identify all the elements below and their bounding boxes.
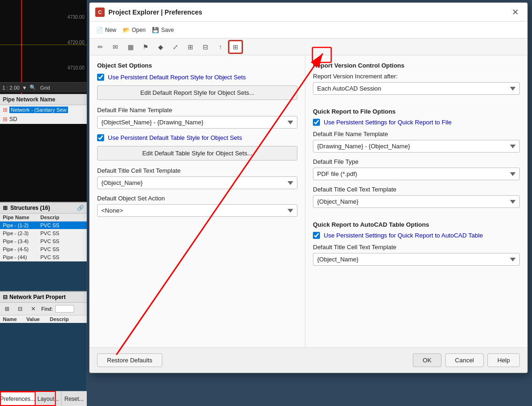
pipe-row-1-name: Pipe - (1-2) (3, 222, 40, 228)
pencil-btn[interactable]: ✏ (93, 40, 107, 54)
save-btn[interactable]: 💾 Save (149, 25, 176, 35)
find-label: Find: (41, 306, 53, 312)
open-icon: 📂 (123, 27, 130, 33)
table-left-btn[interactable]: ⊞ (183, 40, 198, 54)
cancel-btn[interactable]: Cancel (445, 353, 484, 367)
y-labels: 4730.00 4720.00 4710.00 (68, 5, 84, 81)
qr-title-cell-label: Default Title Cell Text Template (313, 186, 520, 193)
net-props-title: Network Part Propert (9, 294, 66, 300)
network-item-sanitary[interactable]: ⊞ Network - (Sanitary Sew (0, 105, 87, 115)
table-right-btn[interactable]: ⊟ (198, 40, 213, 54)
open-btn[interactable]: 📂 Open (120, 25, 148, 35)
new-label: New (105, 27, 116, 33)
pipe-panel-header: Pipe Network Name (0, 94, 87, 105)
object-set-action-label: Default Object Set Action (97, 195, 297, 202)
edit-table-style-btn[interactable]: Edit Default Table Style for Object Sets… (97, 146, 297, 161)
pipe-row-1[interactable]: Pipe - (1-2) PVC SS (0, 222, 87, 230)
net-props-col-header: Name Value Descrip (0, 315, 87, 323)
checkbox2-row: Use Persistent Default Table Style for O… (97, 134, 297, 141)
checkbox2-label: Use Persistent Default Table Style for O… (108, 134, 242, 141)
quick-autocad-section: Quick Report to AutoCAD Table Options Us… (313, 221, 520, 271)
pipe-col2-header: Descrip (40, 214, 84, 220)
pipe-row-4[interactable]: Pipe - (4-5) PVC SS (0, 245, 87, 253)
find-input[interactable] (55, 305, 74, 313)
link-btn[interactable]: ⤢ (168, 40, 182, 54)
preferences-dialog: C Project Explorer | Preferences ✕ 📄 New… (89, 2, 528, 373)
network-item-sd-label: SD (9, 116, 17, 123)
quick-report-section: Quick Report to File Options Use Persist… (313, 108, 520, 214)
checkbox1-label: Use Persistent Default Report Style for … (108, 74, 246, 81)
dialog-footer: Restore Defaults OK Cancel Help (90, 347, 527, 373)
object-set-options-title: Object Set Options (97, 62, 297, 69)
pipe-col1-header: Pipe Name (3, 214, 40, 220)
dialog-title-left: C Project Explorer | Preferences (95, 8, 202, 17)
footer-right: OK Cancel Help (413, 353, 520, 367)
shape-btn[interactable]: ◆ (153, 40, 167, 54)
pipe-row-3-name: Pipe - (3-4) (3, 238, 40, 244)
net-props-btn1[interactable]: ⊞ (2, 304, 12, 314)
net-props-btn2[interactable]: ⊟ (15, 304, 25, 314)
structures-header: ⊞ Structures (16) 🔗 (0, 203, 87, 214)
flag-btn[interactable]: ⚑ (138, 40, 152, 54)
pipe-row-2[interactable]: Pipe - (2-3) PVC SS (0, 230, 87, 237)
checkbox2[interactable] (97, 134, 104, 141)
file-name-template-select[interactable]: {ObjectSet_Name} - {Drawing_Name} (97, 116, 297, 129)
restore-defaults-btn[interactable]: Restore Defaults (97, 353, 162, 367)
quick-report-checkbox[interactable] (313, 119, 320, 126)
ok-btn[interactable]: OK (413, 353, 441, 367)
col-descrip: Descrip (50, 316, 84, 322)
net-props-btn3[interactable]: ✕ (28, 304, 38, 314)
object-set-action-select[interactable]: <None> (97, 204, 297, 217)
pipe-row-4-desc: PVC SS (40, 246, 84, 252)
icon-toolbar: ✏ ✉ ▦ ⚑ ◆ ⤢ ⊞ ⊟ ↑ ⊞ (90, 38, 527, 55)
qr-file-name-label: Default File Name Template (313, 130, 520, 138)
new-btn[interactable]: 📄 New (93, 25, 119, 35)
checkbox1[interactable] (97, 74, 104, 81)
help-btn[interactable]: Help (487, 353, 520, 367)
checkbox1-row: Use Persistent Default Report Style for … (97, 74, 297, 81)
quick-autocad-checkbox-row: Use Persistent Settings for Quick Report… (313, 232, 520, 239)
edit-report-style-btn[interactable]: Edit Default Report Style for Object Set… (97, 85, 297, 100)
network-sd-icon: ⊞ (3, 116, 8, 123)
reset-btn[interactable]: Reset... (61, 391, 87, 406)
pipe-row-5[interactable]: Pipe - (44) PVC SS (0, 253, 87, 261)
net-props-toolbar: ⊞ ⊟ ✕ Find: (0, 303, 87, 315)
envelope-btn[interactable]: ✉ (108, 40, 122, 54)
pipe-row-2-name: Pipe - (2-3) (3, 230, 40, 236)
pipe-row-5-desc: PVC SS (40, 254, 84, 260)
qr-file-name-select[interactable]: {Drawing_Name} - {Object_Name} (313, 140, 520, 153)
left-panel: Object Set Options Use Persistent Defaul… (90, 55, 305, 347)
bar-chart-btn[interactable]: ▦ (123, 40, 137, 54)
grid-label: Grid (40, 85, 50, 91)
close-button[interactable]: ✕ (509, 6, 522, 19)
dialog-overlay: C Project Explorer | Preferences ✕ 📄 New… (87, 0, 532, 406)
net-props-panel: ⊟ Network Part Propert ⊞ ⊟ ✕ Find: Name … (0, 291, 87, 323)
grid-table-btn[interactable]: ⊞ (228, 40, 243, 54)
preferences-btn[interactable]: Preferences... (0, 391, 36, 406)
link-icon: 🔗 (77, 205, 84, 211)
version-increment-select[interactable]: Each AutoCAD Session (313, 82, 520, 95)
col-name: Name (3, 316, 26, 322)
title-cell-label: Default Title Cell Text Template (97, 167, 297, 174)
new-page-icon: 📄 (96, 27, 103, 33)
save-label: Save (161, 27, 174, 33)
qr-file-type-select[interactable]: PDF file (*.pdf) (313, 168, 520, 180)
pipe-row-3[interactable]: Pipe - (3-4) PVC SS (0, 237, 87, 245)
qr-title-cell-select[interactable]: {Object_Name} (313, 195, 520, 208)
quick-report-checkbox-row: Use Persistent Settings for Quick Report… (313, 119, 520, 126)
title-cell-select[interactable]: {Object_Name} (97, 176, 297, 189)
network-item-sd[interactable]: ⊞ SD (0, 115, 87, 124)
network-item-sanitary-label: Network - (Sanitary Sew (9, 107, 68, 113)
version-title: Report Version Control Options (313, 62, 520, 69)
network-icon: ⊞ (3, 107, 8, 113)
pipe-panel: Pipe Network Name ⊞ Network - (Sanitary … (0, 94, 87, 124)
file-name-template-label: Default File Name Template (97, 107, 297, 114)
net-props-icon: ⊟ (3, 294, 8, 300)
structures-title: Structures (16) (10, 205, 50, 211)
net-props-header: ⊟ Network Part Propert (0, 292, 87, 303)
layout-btn[interactable]: Layout... (36, 391, 61, 406)
arrow-up-btn[interactable]: ↑ (213, 40, 228, 54)
qa-title-cell-select[interactable]: {Object_Name} (313, 253, 520, 266)
quick-autocad-checkbox[interactable] (313, 232, 320, 239)
pipe-row-1-desc: PVC SS (40, 222, 84, 228)
